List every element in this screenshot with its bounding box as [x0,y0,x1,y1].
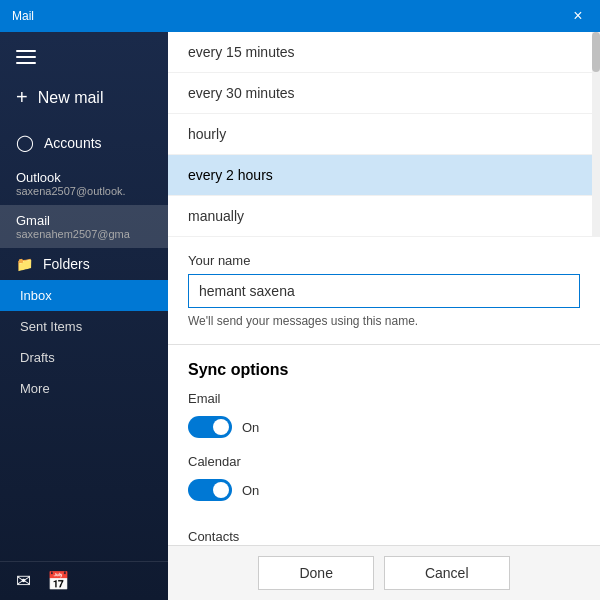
drafts-label: Drafts [20,350,55,365]
sidebar-item-inbox[interactable]: Inbox [0,280,168,311]
sidebar-item-sent[interactable]: Sent Items [0,311,168,342]
gmail-name: Gmail [16,213,152,228]
close-button[interactable]: × [568,7,588,25]
option-15min[interactable]: every 15 minutes [168,32,600,73]
sidebar-top: + New mail ◯ Accounts Outlook saxena2507… [0,32,168,414]
name-helper-text: We'll send your messages using this name… [188,314,580,328]
inbox-label: Inbox [20,288,52,303]
your-name-section: Your name We'll send your messages using… [168,237,600,344]
menu-button[interactable] [0,42,168,72]
main-panel: every 15 minutes every 30 minutes hourly… [168,32,600,600]
email-toggle[interactable] [188,416,232,438]
sidebar-item-drafts[interactable]: Drafts [0,342,168,373]
sidebar-item-more[interactable]: More [0,373,168,404]
option-2hours[interactable]: every 2 hours [168,155,600,196]
title-bar: Mail × [0,0,600,32]
your-name-input[interactable] [188,274,580,308]
sidebar: + New mail ◯ Accounts Outlook saxena2507… [0,32,168,600]
scrollbar-track [592,32,600,237]
folder-icon: 📁 [16,256,33,272]
main-window: Mail × + New mail [0,0,600,600]
new-mail-button[interactable]: + New mail [0,72,168,123]
email-toggle-container: On [168,412,600,442]
option-hourly[interactable]: hourly [168,114,600,155]
settings-panel: every 15 minutes every 30 minutes hourly… [168,32,600,545]
option-manually[interactable]: manually [168,196,600,237]
gmail-account[interactable]: Gmail saxenahem2507@gma [0,205,168,248]
panel-footer: Done Cancel [168,545,600,600]
sent-label: Sent Items [20,319,82,334]
hamburger-icon [16,50,36,64]
done-button[interactable]: Done [258,556,373,590]
mail-icon[interactable]: ✉ [16,570,31,592]
outlook-email: saxena2507@outlook. [16,185,152,197]
plus-icon: + [16,86,28,109]
folders-section: 📁 Folders [0,248,168,280]
new-mail-label: New mail [38,89,104,107]
gmail-email: saxenahem2507@gma [16,228,152,240]
sync-options-heading: Sync options [188,361,580,379]
your-name-label: Your name [188,253,580,268]
calendar-toggle-container: On [168,475,600,505]
calendar-toggle-label: Calendar [168,454,600,469]
person-icon: ◯ [16,133,34,152]
calendar-toggle-text: On [242,483,259,498]
calendar-icon[interactable]: 📅 [47,570,69,592]
calendar-toggle[interactable] [188,479,232,501]
email-toggle-label: Email [168,391,600,406]
sync-options-list: every 15 minutes every 30 minutes hourly… [168,32,600,237]
sidebar-item-accounts[interactable]: ◯ Accounts [0,123,168,162]
outlook-account[interactable]: Outlook saxena2507@outlook. [0,162,168,205]
divider [168,344,600,345]
folders-label: Folders [43,256,90,272]
cancel-button[interactable]: Cancel [384,556,510,590]
app-title: Mail [12,9,568,23]
outlook-name: Outlook [16,170,152,185]
content-area: + New mail ◯ Accounts Outlook saxena2507… [0,32,600,600]
option-30min[interactable]: every 30 minutes [168,73,600,114]
sidebar-bottom: ✉ 📅 [0,561,168,600]
contacts-label: Contacts [168,517,600,545]
accounts-label: Accounts [44,135,102,151]
email-toggle-text: On [242,420,259,435]
more-label: More [20,381,50,396]
scrollbar-thumb[interactable] [592,32,600,72]
